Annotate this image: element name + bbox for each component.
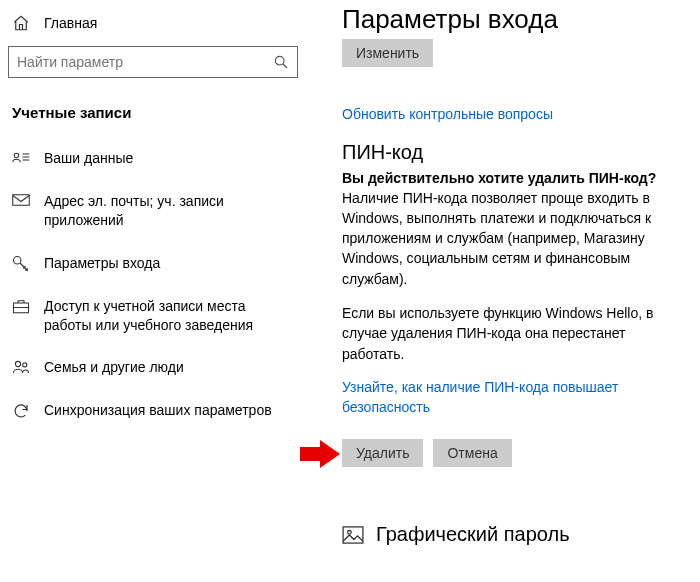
svg-point-7 bbox=[14, 256, 22, 264]
sync-icon bbox=[12, 401, 30, 420]
mail-icon bbox=[12, 192, 30, 207]
person-card-icon bbox=[12, 149, 30, 164]
people-icon bbox=[12, 358, 30, 375]
nav-label: Доступ к учетной записи места работы или… bbox=[44, 297, 294, 335]
nav-label: Адрес эл. почты; уч. записи приложений bbox=[44, 192, 294, 230]
svg-rect-13 bbox=[343, 527, 363, 543]
home-label: Главная bbox=[44, 15, 97, 31]
svg-marker-12 bbox=[300, 440, 340, 468]
home-link[interactable]: Главная bbox=[8, 8, 319, 46]
nav-label: Параметры входа bbox=[44, 254, 160, 273]
delete-button[interactable]: Удалить bbox=[342, 439, 423, 467]
sidebar-item-email[interactable]: Адрес эл. почты; уч. записи приложений bbox=[8, 180, 319, 242]
sidebar-item-sync[interactable]: Синхронизация ваших параметров bbox=[8, 389, 319, 432]
update-questions-link[interactable]: Обновить контрольные вопросы bbox=[342, 105, 690, 125]
learn-pin-link[interactable]: Узнайте, как наличие ПИН-кода повышает б… bbox=[342, 378, 690, 417]
page-title: Параметры входа bbox=[342, 4, 690, 35]
search-input[interactable] bbox=[17, 54, 273, 70]
nav-label: Синхронизация ваших параметров bbox=[44, 401, 272, 420]
sidebar-item-work-access[interactable]: Доступ к учетной записи места работы или… bbox=[8, 285, 319, 347]
key-icon bbox=[12, 254, 30, 273]
svg-point-14 bbox=[348, 530, 352, 534]
sidebar-item-your-info[interactable]: Ваши данные bbox=[8, 137, 319, 180]
svg-point-10 bbox=[15, 362, 20, 367]
briefcase-icon bbox=[12, 297, 30, 314]
svg-point-0 bbox=[275, 56, 284, 65]
nav-label: Семья и другие люди bbox=[44, 358, 184, 377]
svg-rect-6 bbox=[13, 195, 30, 206]
svg-point-2 bbox=[14, 153, 19, 158]
change-button[interactable]: Изменить bbox=[342, 39, 433, 67]
svg-line-1 bbox=[283, 64, 287, 68]
nav-label: Ваши данные bbox=[44, 149, 133, 168]
sidebar-item-signin-options[interactable]: Параметры входа bbox=[8, 242, 319, 285]
pin-paragraph-1: Наличие ПИН-кода позволяет проще входить… bbox=[342, 188, 690, 289]
pin-heading: ПИН-код bbox=[342, 141, 690, 164]
picture-password-heading: Графический пароль bbox=[376, 523, 570, 546]
sidebar-item-family[interactable]: Семья и другие люди bbox=[8, 346, 319, 389]
search-icon bbox=[273, 54, 289, 70]
pin-paragraph-2: Если вы используете функцию Windows Hell… bbox=[342, 303, 690, 364]
red-arrow-annotation bbox=[300, 439, 340, 469]
picture-icon bbox=[342, 526, 364, 544]
pin-confirm-question: Вы действительно хотите удалить ПИН-код? bbox=[342, 170, 690, 186]
home-icon bbox=[12, 14, 30, 32]
section-title: Учетные записи bbox=[8, 96, 319, 137]
svg-point-11 bbox=[23, 363, 27, 367]
cancel-button[interactable]: Отмена bbox=[433, 439, 511, 467]
search-input-container[interactable] bbox=[8, 46, 298, 78]
